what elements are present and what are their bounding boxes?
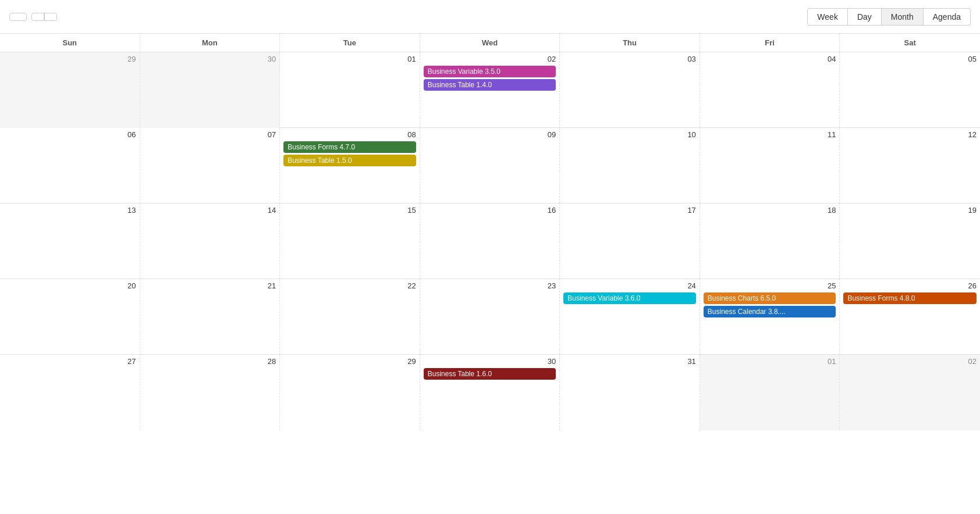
date-number: 09 <box>424 130 556 139</box>
date-number: 23 <box>424 281 556 290</box>
calendar-grid: 29300102Business Variable 3.5.0Business … <box>0 52 980 430</box>
prev-button[interactable] <box>31 13 44 21</box>
calendar-cell: 06 <box>0 128 140 204</box>
date-number: 05 <box>843 55 977 63</box>
calendar-week: 2021222324Business Variable 3.6.025Busin… <box>0 279 980 355</box>
date-number: 11 <box>704 130 836 139</box>
calendar-event[interactable]: Business Table 1.4.0 <box>424 79 556 91</box>
calendar-week: 060708Business Forms 4.7.0Business Table… <box>0 128 980 204</box>
calendar: SunMonTueWedThuFriSat 29300102Business V… <box>0 34 980 430</box>
calendar-header: WeekDayMonthAgenda <box>0 0 980 34</box>
calendar-cell: 26Business Forms 4.8.0 <box>840 279 980 355</box>
calendar-cell: 31 <box>560 355 700 430</box>
calendar-cell: 22 <box>280 279 420 355</box>
date-number: 29 <box>283 357 416 366</box>
date-number: 06 <box>3 130 136 139</box>
day-headers-row: SunMonTueWedThuFriSat <box>0 34 980 52</box>
date-number: 28 <box>144 357 276 366</box>
calendar-event[interactable]: Business Charts 6.5.0 <box>704 292 836 304</box>
calendar-cell: 01 <box>700 355 840 430</box>
date-number: 04 <box>704 55 836 63</box>
date-number: 22 <box>283 281 416 290</box>
calendar-cell: 30 <box>140 52 280 128</box>
calendar-cell: 25Business Charts 6.5.0Business Calendar… <box>700 279 840 355</box>
calendar-cell: 18 <box>700 204 840 279</box>
date-number: 03 <box>563 55 696 63</box>
date-number: 24 <box>563 281 696 290</box>
calendar-week: 27282930Business Table 1.6.0310102 <box>0 355 980 430</box>
view-btn-week[interactable]: Week <box>807 8 848 26</box>
date-number: 29 <box>3 55 136 63</box>
date-number: 20 <box>3 281 136 290</box>
date-number: 13 <box>3 206 136 215</box>
calendar-cell: 05 <box>840 52 980 128</box>
day-header-sat: Sat <box>840 34 980 52</box>
calendar-event[interactable]: Business Forms 4.8.0 <box>843 292 977 304</box>
calendar-event[interactable]: Business Table 1.5.0 <box>283 155 416 166</box>
calendar-cell: 29 <box>0 52 140 128</box>
date-number: 30 <box>144 55 276 63</box>
date-number: 10 <box>563 130 696 139</box>
date-number: 19 <box>843 206 977 215</box>
date-number: 08 <box>283 130 416 139</box>
calendar-cell: 13 <box>0 204 140 279</box>
calendar-cell: 27 <box>0 355 140 430</box>
date-number: 14 <box>144 206 276 215</box>
calendar-cell: 10 <box>560 128 700 204</box>
calendar-cell: 24Business Variable 3.6.0 <box>560 279 700 355</box>
calendar-cell: 02 <box>840 355 980 430</box>
date-number: 18 <box>704 206 836 215</box>
calendar-event[interactable]: Business Variable 3.6.0 <box>563 292 696 304</box>
date-number: 02 <box>843 357 977 366</box>
header-left-controls <box>9 13 57 21</box>
calendar-cell: 29 <box>280 355 420 430</box>
day-header-mon: Mon <box>140 34 280 52</box>
calendar-cell: 28 <box>140 355 280 430</box>
calendar-cell: 16 <box>420 204 560 279</box>
calendar-week: 29300102Business Variable 3.5.0Business … <box>0 52 980 128</box>
calendar-cell: 21 <box>140 279 280 355</box>
date-number: 25 <box>704 281 836 290</box>
calendar-event[interactable]: Business Variable 3.5.0 <box>424 66 556 77</box>
calendar-cell: 11 <box>700 128 840 204</box>
date-number: 16 <box>424 206 556 215</box>
day-header-thu: Thu <box>560 34 700 52</box>
date-number: 17 <box>563 206 696 215</box>
view-btn-agenda[interactable]: Agenda <box>924 8 971 26</box>
calendar-cell: 09 <box>420 128 560 204</box>
date-number: 31 <box>563 357 696 366</box>
calendar-cell: 01 <box>280 52 420 128</box>
day-header-wed: Wed <box>420 34 560 52</box>
day-header-fri: Fri <box>700 34 840 52</box>
calendar-cell: 19 <box>840 204 980 279</box>
date-number: 21 <box>144 281 276 290</box>
calendar-cell: 04 <box>700 52 840 128</box>
calendar-cell: 30Business Table 1.6.0 <box>420 355 560 430</box>
date-number: 27 <box>3 357 136 366</box>
date-number: 02 <box>424 55 556 63</box>
nav-buttons <box>31 13 57 21</box>
date-number: 01 <box>704 357 836 366</box>
calendar-cell: 14 <box>140 204 280 279</box>
date-number: 26 <box>843 281 977 290</box>
calendar-cell: 02Business Variable 3.5.0Business Table … <box>420 52 560 128</box>
view-btn-day[interactable]: Day <box>848 8 882 26</box>
calendar-event[interactable]: Business Forms 4.7.0 <box>283 141 416 153</box>
today-button[interactable] <box>9 13 27 21</box>
calendar-cell: 08Business Forms 4.7.0Business Table 1.5… <box>280 128 420 204</box>
date-number: 15 <box>283 206 416 215</box>
next-button[interactable] <box>44 13 57 21</box>
calendar-cell: 23 <box>420 279 560 355</box>
calendar-event[interactable]: Business Calendar 3.8.... <box>704 306 836 317</box>
calendar-cell: 03 <box>560 52 700 128</box>
date-number: 12 <box>843 130 977 139</box>
date-number: 30 <box>424 357 556 366</box>
calendar-week: 13141516171819 <box>0 204 980 279</box>
view-btn-month[interactable]: Month <box>882 8 924 26</box>
date-number: 07 <box>144 130 276 139</box>
calendar-event[interactable]: Business Table 1.6.0 <box>424 368 556 380</box>
calendar-cell: 12 <box>840 128 980 204</box>
day-header-tue: Tue <box>280 34 420 52</box>
calendar-cell: 07 <box>140 128 280 204</box>
calendar-cell: 17 <box>560 204 700 279</box>
